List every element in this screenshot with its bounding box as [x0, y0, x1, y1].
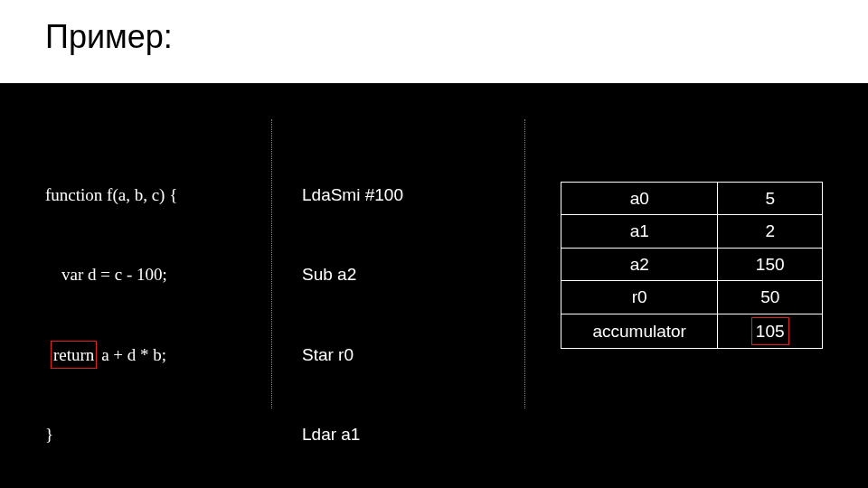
table-row: a12	[561, 215, 823, 248]
separator-1	[271, 119, 272, 408]
register-value: 150	[718, 248, 823, 280]
bytecode-line: Star r0	[302, 342, 483, 368]
title-band: Пример:	[0, 0, 868, 83]
table-row: a2150	[561, 248, 823, 280]
separator-2	[524, 119, 525, 408]
slide-title: Пример:	[45, 18, 823, 56]
code-line: }	[45, 421, 253, 447]
highlight-value: 105	[751, 317, 789, 345]
code-line: return a + d * b;	[45, 342, 253, 368]
table-row: a05	[561, 182, 823, 214]
highlight-return: return	[51, 341, 97, 369]
bytecode-line: Sub a2	[302, 261, 483, 287]
register-table: a05a12a2150r050accumulator105	[561, 182, 823, 349]
code-line: var d = c - 100;	[45, 261, 253, 287]
content-area: function f(a, b, c) { var d = c - 100; r…	[0, 83, 868, 481]
register-value: 2	[718, 215, 823, 248]
bytecode-line: LdaSmi #100	[302, 182, 483, 208]
table-row: r050	[561, 281, 823, 314]
source-code-column: function f(a, b, c) { var d = c - 100; r…	[45, 128, 253, 488]
register-value: 50	[718, 281, 823, 314]
bytecode-column: LdaSmi #100 Sub a2 Star r0 Ldar a1 Mul r…	[302, 128, 483, 488]
table-row: accumulator105	[561, 314, 823, 348]
register-name: r0	[561, 281, 718, 314]
code-line: function f(a, b, c) {	[45, 182, 253, 208]
register-table-column: a05a12a2150r050accumulator105	[561, 128, 832, 402]
register-name: a2	[561, 248, 718, 280]
register-value: 105	[718, 314, 823, 348]
register-name: accumulator	[561, 314, 718, 348]
register-name: a0	[561, 182, 718, 214]
register-value: 5	[718, 182, 823, 214]
register-name: a1	[561, 215, 718, 248]
bytecode-line: Ldar a1	[302, 421, 483, 447]
